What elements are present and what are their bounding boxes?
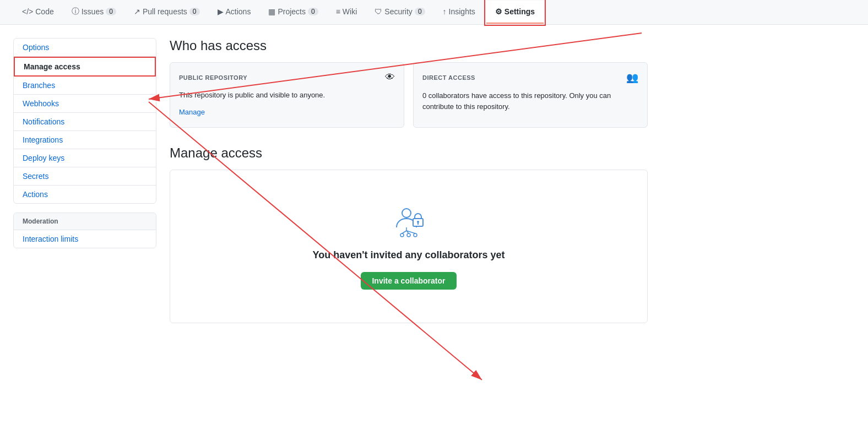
svg-point-2 [417,221,419,223]
wiki-icon: ≡ [336,7,340,16]
issues-badge: 0 [106,8,116,15]
direct-access-text: 0 collaborators have access to this repo… [422,90,638,112]
main-content: Who has access PUBLIC REPOSITORY 👁 This … [170,38,648,323]
nav-projects[interactable]: ▦ Projects 0 [259,1,327,24]
access-cards-row: PUBLIC REPOSITORY 👁 This repository is p… [170,62,648,128]
sidebar-item-interaction-limits[interactable]: Interaction limits [14,230,156,248]
direct-access-card: DIRECT ACCESS 👥 0 collaborators have acc… [413,62,648,128]
security-icon: 🛡 [375,7,382,16]
direct-access-label: DIRECT ACCESS [422,74,475,81]
invite-collaborator-button[interactable]: Invite a collaborator [361,272,456,290]
svg-point-5 [407,233,410,237]
pr-badge: 0 [189,8,200,15]
settings-icon: ⚙ [495,7,502,16]
public-card-text: This repository is public and visible to… [179,90,395,101]
nav-insights[interactable]: ↑ Insights [434,1,484,24]
svg-point-6 [414,233,417,237]
eye-icon: 👁 [385,72,395,83]
svg-point-0 [402,209,411,217]
actions-icon: ▶ [218,7,224,16]
sidebar-item-secrets[interactable]: Secrets [14,167,156,186]
moderation-header: Moderation [14,213,156,230]
svg-line-7 [402,231,406,233]
nav-security[interactable]: 🛡 Security 0 [366,1,433,24]
svg-point-4 [400,233,404,237]
projects-badge: 0 [308,8,318,15]
sidebar-item-notifications[interactable]: Notifications [14,113,156,131]
sidebar-item-branches[interactable]: Branches [14,77,156,95]
who-has-access-title: Who has access [170,38,648,53]
nav-settings[interactable]: ⚙ Settings [486,1,544,24]
nav-actions[interactable]: ▶ Actions [209,1,260,24]
issues-icon: ⓘ [72,7,79,17]
code-icon: </> [22,7,33,16]
sidebar-item-webhooks[interactable]: Webhooks [14,95,156,113]
sidebar-item-actions[interactable]: Actions [14,186,156,203]
direct-card-header: DIRECT ACCESS 👥 [422,72,638,84]
nav-issues[interactable]: ⓘ Issues 0 [63,0,125,24]
pr-icon: ↗ [134,7,140,16]
insights-icon: ↑ [443,7,447,16]
nav-code[interactable]: </> Code [13,1,63,24]
projects-icon: ▦ [268,7,275,16]
security-badge: 0 [415,8,425,15]
no-collab-text: You haven't invited any collaborators ye… [312,249,504,261]
manage-access-box: You haven't invited any collaborators ye… [170,170,648,323]
nav-pull-requests[interactable]: ↗ Pull requests 0 [125,1,209,24]
manage-access-title: Manage access [170,145,648,161]
sidebar-item-options[interactable]: Options [14,39,156,57]
main-layout: Options Manage access Branches Webhooks … [0,25,661,336]
manage-link[interactable]: Manage [179,108,205,116]
public-card-header: PUBLIC REPOSITORY 👁 [179,72,395,83]
public-card-label: PUBLIC REPOSITORY [179,74,247,81]
sidebar: Options Manage access Branches Webhooks … [13,38,156,323]
public-repo-card: PUBLIC REPOSITORY 👁 This repository is p… [170,62,404,128]
collab-lock-icon [391,203,426,238]
sidebar-item-integrations[interactable]: Integrations [14,131,156,149]
top-nav: </> Code ⓘ Issues 0 ↗ Pull requests 0 ▶ … [0,0,868,25]
collaborators-icon: 👥 [626,72,638,84]
settings-tab-wrapper: ⚙ Settings [486,1,544,24]
sidebar-section-2: Moderation Interaction limits [13,213,156,248]
nav-wiki[interactable]: ≡ Wiki [327,1,366,24]
sidebar-section-1: Options Manage access Branches Webhooks … [13,38,156,204]
sidebar-item-manage-access[interactable]: Manage access [14,57,156,77]
sidebar-item-deploy-keys[interactable]: Deploy keys [14,149,156,167]
